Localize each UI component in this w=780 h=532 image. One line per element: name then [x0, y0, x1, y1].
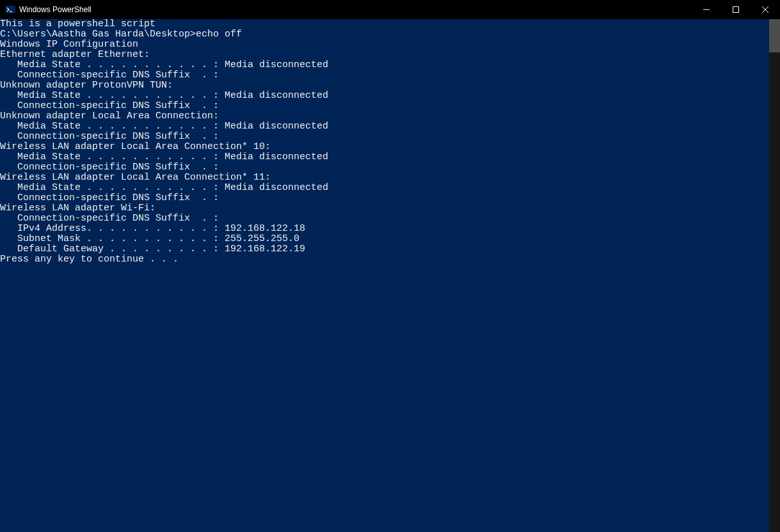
output-line: Press any key to continue . . .	[0, 254, 769, 265]
titlebar[interactable]: Windows PowerShell	[0, 0, 780, 19]
output-line: Connection-specific DNS Suffix . :	[0, 193, 769, 203]
window-title: Windows PowerShell	[19, 5, 692, 14]
output-line: Media State . . . . . . . . . . . : Medi…	[0, 183, 769, 193]
output-line: Subnet Mask . . . . . . . . . . . : 255.…	[0, 234, 769, 244]
output-line: IPv4 Address. . . . . . . . . . . : 192.…	[0, 224, 769, 234]
output-line: Connection-specific DNS Suffix . :	[0, 70, 769, 81]
powershell-icon	[5, 4, 15, 15]
minimize-button[interactable]	[692, 0, 721, 19]
output-line: This is a powershell script	[0, 19, 769, 29]
window-controls	[692, 0, 780, 19]
output-line: Wireless LAN adapter Local Area Connecti…	[0, 142, 769, 152]
powershell-window: Windows PowerShell This is a powershell …	[0, 0, 780, 532]
output-line: Default Gateway . . . . . . . . . : 192.…	[0, 244, 769, 254]
output-line: Connection-specific DNS Suffix . :	[0, 132, 769, 142]
output-line: Wireless LAN adapter Wi-Fi:	[0, 203, 769, 214]
output-line: Media State . . . . . . . . . . . : Medi…	[0, 60, 769, 70]
maximize-button[interactable]	[721, 0, 751, 19]
output-line: Connection-specific DNS Suffix . :	[0, 101, 769, 111]
output-line: Media State . . . . . . . . . . . : Medi…	[0, 152, 769, 162]
output-line: Connection-specific DNS Suffix . :	[0, 214, 769, 224]
output-line: C:\Users\Aastha Gas Harda\Desktop>echo o…	[0, 29, 769, 40]
output-line: Connection-specific DNS Suffix . :	[0, 162, 769, 173]
close-button[interactable]	[751, 0, 780, 19]
output-line: Ethernet adapter Ethernet:	[0, 50, 769, 60]
terminal-output[interactable]: This is a powershell scriptC:\Users\Aast…	[0, 19, 769, 532]
output-line: Unknown adapter ProtonVPN TUN:	[0, 81, 769, 91]
output-line: Windows IP Configuration	[0, 40, 769, 50]
output-line: Wireless LAN adapter Local Area Connecti…	[0, 173, 769, 183]
svg-rect-3	[733, 7, 739, 13]
svg-rect-0	[5, 6, 15, 13]
scrollbar-vertical[interactable]	[769, 19, 780, 532]
output-line: Unknown adapter Local Area Connection:	[0, 111, 769, 121]
scrollbar-thumb[interactable]	[769, 19, 780, 52]
terminal-container: This is a powershell scriptC:\Users\Aast…	[0, 19, 780, 532]
output-line: Media State . . . . . . . . . . . : Medi…	[0, 91, 769, 101]
output-line: Media State . . . . . . . . . . . : Medi…	[0, 121, 769, 132]
